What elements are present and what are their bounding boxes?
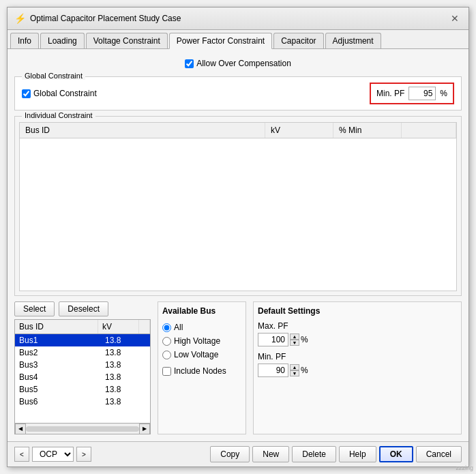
- bus-kv-6: 13.8: [105, 397, 146, 406]
- min-pf-setting-pct: %: [301, 366, 308, 375]
- horizontal-scrollbar[interactable]: ◀ ▶: [15, 423, 150, 434]
- table-header: Bus ID kV % Min: [20, 123, 456, 138]
- bus-list-container: Bus ID kV Bus1 13.8 Bus2 13.8: [14, 319, 151, 434]
- cancel-button[interactable]: Cancel: [416, 446, 462, 462]
- bus-kv-2: 13.8: [105, 348, 146, 357]
- global-constraint-row: Global Constraint Min. PF %: [22, 83, 454, 104]
- bus-id-5: Bus5: [19, 385, 105, 394]
- global-constraint-checkbox[interactable]: [22, 89, 31, 98]
- radio-high-input[interactable]: [162, 337, 171, 346]
- bus-list-body[interactable]: Bus1 13.8 Bus2 13.8 Bus3 13.8 Bus4: [15, 334, 150, 423]
- bus-item-6[interactable]: Bus6 13.8: [15, 396, 150, 408]
- tab-pf[interactable]: Power Factor Constraint: [169, 33, 272, 49]
- col-kv: kV: [265, 123, 333, 138]
- bus-id-6: Bus6: [19, 397, 105, 406]
- min-pf-setting-label: Min. PF: [258, 352, 457, 361]
- available-bus-area: Available Bus All High Voltage Low Volta…: [158, 301, 246, 434]
- scroll-left-btn[interactable]: ◀: [15, 424, 26, 434]
- bottom-area: Select Deselect Bus ID kV Bus1 13.8: [14, 301, 462, 434]
- bus-kv-1: 13.8: [105, 336, 146, 345]
- col-pct-min: % Min: [333, 123, 402, 138]
- radio-group: All High Voltage Low Voltage: [162, 323, 241, 359]
- table-body: [20, 138, 456, 220]
- bus-id-3: Bus3: [19, 360, 105, 370]
- prev-button[interactable]: <: [14, 447, 29, 462]
- main-window: ⚡ Optimal Capacitor Placement Study Case…: [7, 7, 469, 467]
- col-bus-id: Bus ID: [20, 123, 265, 138]
- min-pf-pct: %: [440, 89, 447, 98]
- max-pf-down[interactable]: ▼: [290, 340, 299, 346]
- new-button[interactable]: New: [252, 446, 289, 462]
- bus-item-2[interactable]: Bus2 13.8: [15, 346, 150, 359]
- individual-section-label: Individual Constraint: [22, 111, 95, 119]
- global-constraint-section: Global Constraint Global Constraint Min.…: [14, 76, 462, 110]
- allow-over-comp-label: Allow Over Compensation: [196, 59, 291, 68]
- tab-capacitor[interactable]: Capacitor: [273, 33, 323, 48]
- radio-low-label: Low Voltage: [174, 350, 218, 359]
- max-pf-spinbox: ▲ ▼ %: [258, 333, 457, 346]
- close-button[interactable]: ✕: [448, 12, 462, 25]
- bus-col-scroll: [139, 320, 150, 334]
- min-pf-input[interactable]: [408, 87, 436, 100]
- radio-low[interactable]: Low Voltage: [162, 350, 241, 359]
- deselect-button[interactable]: Deselect: [59, 301, 108, 316]
- min-pf-setting-input[interactable]: [258, 364, 288, 377]
- global-constraint-label: Global Constraint: [33, 89, 97, 98]
- app-icon: ⚡: [14, 13, 26, 24]
- radio-high[interactable]: High Voltage: [162, 336, 241, 346]
- radio-high-label: High Voltage: [174, 336, 220, 346]
- bus-item-5[interactable]: Bus5 13.8: [15, 383, 150, 396]
- max-pf-input[interactable]: [258, 333, 288, 346]
- radio-all[interactable]: All: [162, 323, 241, 332]
- window-title: Optimal Capacitor Placement Study Case: [30, 14, 181, 23]
- bus-list-header: Bus ID kV: [15, 320, 150, 334]
- bus-item-3[interactable]: Bus3 13.8: [15, 359, 150, 371]
- delete-button[interactable]: Delete: [292, 446, 336, 462]
- radio-all-label: All: [174, 323, 183, 332]
- next-button[interactable]: >: [76, 447, 91, 462]
- max-pf-row: Max. PF ▲ ▼ %: [258, 321, 457, 346]
- tab-voltage[interactable]: Voltage Constraint: [86, 33, 168, 48]
- tab-adjustment[interactable]: Adjustment: [325, 33, 381, 48]
- bus-id-1: Bus1: [19, 336, 105, 345]
- allow-over-comp-row: Allow Over Compensation: [14, 56, 462, 71]
- bus-id-4: Bus4: [19, 372, 105, 382]
- min-pf-up[interactable]: ▲: [290, 364, 299, 370]
- min-pf-down[interactable]: ▼: [290, 370, 299, 376]
- global-constraint-section-label: Global Constraint: [22, 72, 85, 80]
- include-nodes-row[interactable]: Include Nodes: [162, 366, 241, 376]
- radio-all-input[interactable]: [162, 323, 171, 332]
- default-settings-title: Default Settings: [258, 306, 457, 316]
- title-bar: ⚡ Optimal Capacitor Placement Study Case…: [8, 8, 468, 30]
- bus-id-2: Bus2: [19, 348, 105, 357]
- bus-list-area: Select Deselect Bus ID kV Bus1 13.8: [14, 301, 151, 434]
- bus-col-id: Bus ID: [15, 320, 98, 334]
- help-button[interactable]: Help: [339, 446, 376, 462]
- footer-right: Copy New Delete Help OK Cancel: [210, 446, 462, 462]
- default-settings-area: Default Settings Max. PF ▲ ▼ % Min. PF: [253, 301, 462, 434]
- max-pf-label: Max. PF: [258, 321, 457, 331]
- tab-info[interactable]: Info: [10, 33, 39, 48]
- max-pf-up[interactable]: ▲: [290, 334, 299, 340]
- min-pf-spinbox: ▲ ▼ %: [258, 364, 457, 377]
- scroll-right-btn[interactable]: ▶: [139, 424, 150, 434]
- bus-item-4[interactable]: Bus4 13.8: [15, 371, 150, 383]
- max-pf-pct: %: [301, 335, 308, 344]
- select-button[interactable]: Select: [14, 301, 55, 316]
- include-nodes-label: Include Nodes: [174, 366, 226, 376]
- allow-over-comp-checkbox[interactable]: [185, 59, 194, 68]
- ok-button[interactable]: OK: [379, 446, 413, 462]
- copy-button[interactable]: Copy: [210, 446, 250, 462]
- individual-table: Bus ID kV % Min: [19, 122, 457, 291]
- bus-kv-4: 13.8: [105, 372, 146, 382]
- col-extra: [402, 123, 456, 138]
- radio-low-input[interactable]: [162, 351, 171, 359]
- tab-loading[interactable]: Loading: [40, 33, 85, 48]
- case-dropdown[interactable]: OCP: [32, 447, 74, 462]
- include-nodes-checkbox[interactable]: [162, 367, 171, 376]
- bus-item-1[interactable]: Bus1 13.8: [15, 334, 150, 346]
- individual-constraint-section: Individual Constraint Bus ID kV % Min: [14, 116, 462, 296]
- scroll-track[interactable]: [26, 426, 139, 432]
- available-bus-title: Available Bus: [162, 306, 241, 316]
- footer-left: < OCP >: [14, 447, 91, 462]
